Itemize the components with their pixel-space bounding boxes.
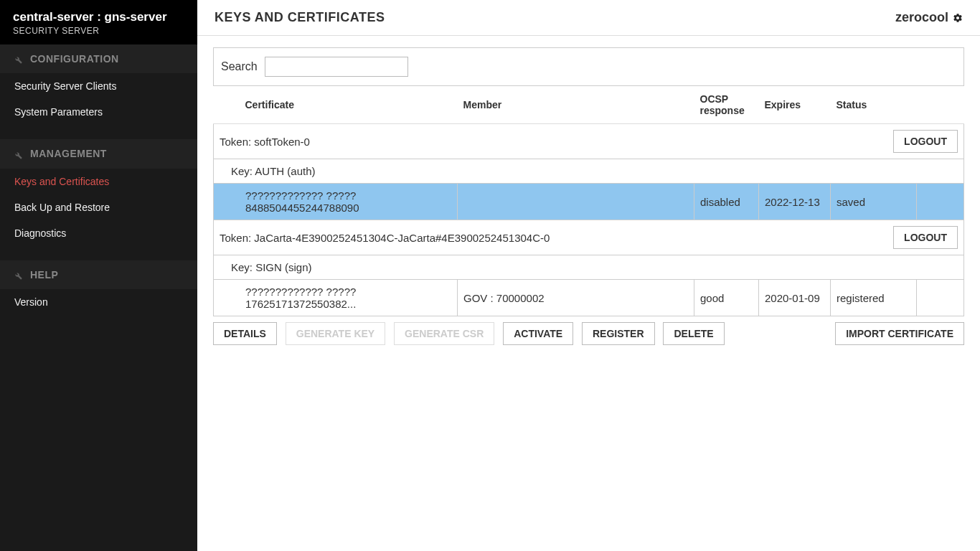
gear-icon	[953, 10, 963, 25]
generate-key-button: GENERATE KEY	[286, 322, 385, 345]
activate-button[interactable]: ACTIVATE	[503, 322, 573, 345]
nav-section-configuration: CONFIGURATION Security Server Clients Sy…	[0, 44, 197, 139]
token-row[interactable]: Token: softToken-0 LOGOUT	[214, 124, 964, 159]
cert-actions	[917, 280, 964, 316]
cert-ocsp: good	[694, 280, 759, 316]
nav-heading-help: HELP	[0, 260, 197, 289]
page-title: KEYS AND CERTIFICATES	[215, 10, 385, 25]
sidebar-item-back-up-and-restore[interactable]: Back Up and Restore	[0, 194, 197, 220]
generate-csr-button: GENERATE CSR	[394, 322, 494, 345]
main-content: KEYS AND CERTIFICATES zerocool Search Ce…	[197, 0, 980, 551]
cert-certificate: ????????????? ????? 17625171372550382...	[214, 280, 458, 316]
token-row[interactable]: Token: JaCarta-4E3900252451304C-JaCarta#…	[214, 220, 964, 255]
cert-row[interactable]: ????????????? ????? 8488504455244788090 …	[214, 184, 964, 220]
nav-heading-configuration: CONFIGURATION	[0, 44, 197, 73]
key-label: Key: SIGN (sign)	[214, 255, 964, 280]
sidebar-item-system-parameters[interactable]: System Parameters	[0, 99, 197, 125]
server-title: central-server : gns-server	[13, 10, 184, 24]
nav-heading-label: MANAGEMENT	[30, 148, 107, 159]
th-expires[interactable]: Expires	[759, 86, 831, 124]
sidebar: central-server : gns-server SECURITY SER…	[0, 0, 197, 551]
token-label: Token: softToken-0	[220, 136, 310, 148]
action-bar: DETAILS GENERATE KEY GENERATE CSR ACTIVA…	[213, 322, 964, 345]
cert-status: registered	[831, 280, 917, 316]
sidebar-header: central-server : gns-server SECURITY SER…	[0, 0, 197, 44]
wrench-icon	[13, 148, 23, 159]
user-menu[interactable]: zerocool	[895, 10, 963, 25]
content-area: Search Certificate Member OCSP response …	[197, 36, 980, 357]
delete-button[interactable]: DELETE	[663, 322, 724, 345]
key-row[interactable]: Key: AUTH (auth)	[214, 159, 964, 184]
search-label: Search	[221, 60, 258, 73]
nav-heading-management: MANAGEMENT	[0, 139, 197, 168]
register-button[interactable]: REGISTER	[582, 322, 655, 345]
cert-expires: 2022-12-13	[759, 184, 831, 220]
th-certificate[interactable]: Certificate	[214, 86, 458, 124]
username: zerocool	[895, 10, 948, 25]
token-label: Token: JaCarta-4E3900252451304C-JaCarta#…	[220, 232, 550, 244]
wrench-icon	[13, 53, 23, 65]
cert-actions	[917, 184, 964, 220]
sidebar-item-keys-and-certificates[interactable]: Keys and Certificates	[0, 169, 197, 194]
cert-expires: 2020-01-09	[759, 280, 831, 316]
nav-section-management: MANAGEMENT Keys and Certificates Back Up…	[0, 139, 197, 260]
wrench-icon	[13, 269, 23, 281]
search-input[interactable]	[265, 57, 408, 77]
th-status[interactable]: Status	[831, 86, 917, 124]
th-ocsp[interactable]: OCSP response	[694, 86, 759, 124]
cert-status: saved	[831, 184, 917, 220]
sidebar-item-version[interactable]: Version	[0, 289, 197, 315]
topbar: KEYS AND CERTIFICATES zerocool	[197, 0, 980, 36]
sidebar-item-diagnostics[interactable]: Diagnostics	[0, 220, 197, 246]
cert-certificate: ????????????? ????? 8488504455244788090	[214, 184, 458, 220]
nav-section-help: HELP Version	[0, 260, 197, 329]
cert-row[interactable]: ????????????? ????? 17625171372550382...…	[214, 280, 964, 316]
logout-button[interactable]: LOGOUT	[893, 226, 958, 249]
search-row: Search	[213, 47, 964, 86]
cert-member: GOV : 70000002	[458, 280, 694, 316]
import-certificate-button[interactable]: IMPORT CERTIFICATE	[835, 322, 964, 345]
cert-member	[458, 184, 694, 220]
cert-ocsp: disabled	[694, 184, 759, 220]
certificates-table: Certificate Member OCSP response Expires…	[213, 86, 964, 316]
details-button[interactable]: DETAILS	[213, 322, 277, 345]
nav-heading-label: HELP	[30, 269, 58, 281]
th-member[interactable]: Member	[458, 86, 694, 124]
nav-heading-label: CONFIGURATION	[30, 53, 119, 65]
sidebar-item-security-server-clients[interactable]: Security Server Clients	[0, 73, 197, 99]
key-row[interactable]: Key: SIGN (sign)	[214, 255, 964, 280]
server-subtitle: SECURITY SERVER	[13, 26, 184, 36]
key-label: Key: AUTH (auth)	[214, 159, 964, 184]
logout-button[interactable]: LOGOUT	[893, 130, 958, 153]
th-actions	[917, 86, 964, 124]
